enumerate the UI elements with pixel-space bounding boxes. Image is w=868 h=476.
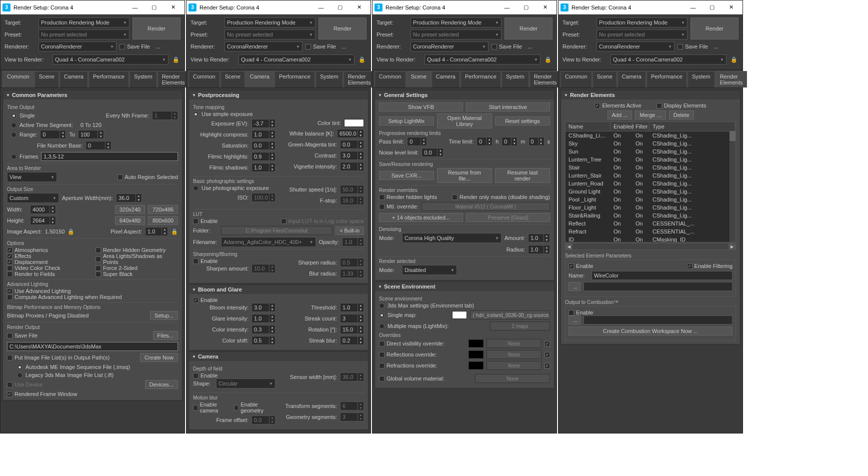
add-button[interactable]: Add ... (608, 110, 632, 120)
tab-render-elements[interactable]: Render Elements (530, 71, 562, 88)
dof-shape-dropdown[interactable]: Circular▼ (216, 378, 276, 388)
lut-filename-dropdown[interactable]: Adanmq_AgfaColor_HDC_400+▼ (221, 237, 316, 247)
rollup-common-parameters[interactable]: ▼Common Parameters (3, 90, 182, 100)
effects-check[interactable]: ✓Effects (7, 253, 90, 259)
renderer-dropdown[interactable]: CoronaRenderer▼ (410, 42, 488, 52)
create-combustion-workspace-button[interactable]: Create Combustion Workspace Now ... (568, 326, 732, 336)
table-row[interactable]: CShading_LightMixOnOnCShading_Lig... (566, 132, 736, 140)
force-2sided-check[interactable]: Force 2-Sided (96, 265, 178, 271)
sensor-width-spinner[interactable]: 36.0▲▼ (340, 372, 364, 382)
tab-render-elements[interactable]: Render Elements (716, 71, 748, 88)
render-only-masks-check[interactable]: Render only masks (disable shading) (452, 194, 550, 200)
save-file-check[interactable]: Save File (678, 44, 708, 50)
table-row[interactable]: SunOnOnCShading_Lig... (566, 148, 736, 156)
green-magenta-spinner[interactable]: 0.0▲▼ (340, 140, 364, 149)
blur-radius-spinner[interactable]: 1.33▲▼ (340, 269, 364, 278)
view-to-render-dropdown[interactable]: Quad 4 - CoronaCamera002▼ (424, 54, 540, 64)
sharpen-enable-check[interactable]: Enable (193, 258, 276, 264)
dvo-toggle[interactable]: ✓ (544, 341, 550, 346)
element-path-input[interactable] (584, 282, 732, 291)
color-intensity-spinner[interactable]: 0.3▲▼ (252, 325, 276, 334)
tab-system[interactable]: System (130, 71, 157, 88)
lut-log-check[interactable]: Input LUT is in Log color space (281, 218, 364, 224)
filmic-shadows-spinner[interactable]: 1.0▲▼ (252, 163, 276, 172)
white-balance-spinner[interactable]: 6500.0▲▼ (337, 129, 364, 138)
save-file-more-button[interactable]: ... (525, 44, 535, 50)
table-row[interactable]: Luntern_StairOnOnCShading_Lig... (566, 172, 736, 180)
render-selected-dropdown[interactable]: Disabled▼ (402, 265, 457, 275)
setup-button[interactable]: Setup... (150, 311, 178, 320)
rfro-swatch[interactable] (468, 362, 484, 370)
table-row[interactable]: StairOnOnCShading_Lig... (566, 164, 736, 172)
render-to-fields-check[interactable]: Render to Fields (7, 271, 90, 277)
bloom-enable-check[interactable]: ✓Enable (193, 297, 364, 303)
maximize-icon[interactable]: ▢ (330, 0, 350, 14)
table-scrollbar-horizontal[interactable]: ◀▶ (565, 243, 736, 250)
table-row[interactable]: IDOnOnCMasking_ID (566, 236, 736, 242)
rollup-general-settings[interactable]: ▼General Settings (375, 90, 554, 100)
table-row[interactable]: Floor_LightOnOnCShading_Lig... (566, 204, 736, 212)
target-dropdown[interactable]: Production Rendering Mode▼ (38, 18, 130, 28)
direct-vis-override-check[interactable]: Direct visibility override: (379, 340, 444, 346)
dvo-swatch[interactable] (468, 340, 484, 348)
shutter-speed-spinner[interactable]: 50.0▲▼ (340, 185, 364, 194)
multiple-maps-slot[interactable]: 2 maps (490, 322, 550, 330)
maximize-icon[interactable]: ▢ (516, 0, 536, 14)
auto-region-check[interactable]: Auto Region Selected (118, 174, 178, 180)
file-number-base-spinner[interactable]: 0▲▼ (86, 141, 112, 150)
streak-blur-spinner[interactable]: 0.2▲▼ (340, 336, 364, 345)
time-limit-h-spinner[interactable]: 0▲▼ (476, 137, 492, 146)
preset-320x240-button[interactable]: 320x240 (115, 205, 145, 214)
streak-count-spinner[interactable]: 3▲▼ (340, 314, 364, 323)
contrast-spinner[interactable]: 3.0▲▼ (340, 151, 364, 160)
col-type[interactable]: Type (650, 122, 736, 131)
threshold-spinner[interactable]: 1.0▲▼ (340, 303, 364, 312)
target-dropdown[interactable]: Production Rendering Mode▼ (596, 18, 688, 28)
element-name-input[interactable] (592, 271, 732, 280)
area-lights-points-check[interactable]: Area Lights/Shadows as Points (96, 253, 178, 265)
every-nth-spinner[interactable]: 1▲▼ (152, 111, 178, 120)
table-row[interactable]: ReflectOnOnCESSENTIAL_... (566, 220, 736, 228)
close-icon[interactable]: ✕ (722, 0, 740, 14)
time-limit-m-spinner[interactable]: 0▲▼ (502, 137, 518, 146)
table-row[interactable]: Stair&RailingOnOnCShading_Lig... (566, 212, 736, 220)
preset-800x600-button[interactable]: 800x600 (148, 216, 178, 225)
refo-map-slot[interactable]: None (486, 350, 542, 359)
delete-button[interactable]: Delete (669, 110, 694, 120)
resume-from-file-button[interactable]: Resume from file... (437, 168, 492, 183)
env-color-swatch[interactable] (452, 311, 467, 319)
aspect-lock-icon[interactable]: 🔒 (68, 228, 74, 235)
rollup-render-elements[interactable]: ▼Render Elements (561, 90, 740, 100)
noise-level-spinner[interactable]: 0.0▲▼ (422, 148, 444, 157)
output-size-dropdown[interactable]: Custom▼ (7, 193, 59, 203)
builtin-button[interactable]: < Built-in (336, 226, 364, 235)
tab-performance[interactable]: Performance (646, 71, 687, 88)
radio-frames[interactable] (11, 154, 16, 160)
color-tint-swatch[interactable] (344, 119, 364, 127)
table-row[interactable]: SkyOnOnCShading_Lig... (566, 140, 736, 148)
target-dropdown[interactable]: Production Rendering Mode▼ (410, 18, 502, 28)
target-dropdown[interactable]: Production Rendering Mode▼ (224, 18, 316, 28)
mblur-geom-check[interactable]: Enable geometry (234, 402, 276, 414)
rollup-scene-environment[interactable]: ▼Scene Environment (375, 282, 554, 291)
minimize-icon[interactable]: — (312, 0, 330, 14)
dof-enable-check[interactable]: Enable (193, 372, 276, 378)
save-file-more-button[interactable]: ... (153, 44, 163, 50)
pixel-aspect-spinner[interactable]: 1.0▲▼ (145, 227, 168, 236)
refractions-override-check[interactable]: Refractions override: (379, 362, 438, 368)
tab-common[interactable]: Common (374, 71, 406, 88)
video-color-check[interactable]: Video Color Check (7, 265, 90, 271)
displacement-check[interactable]: ✓Displacement (7, 259, 90, 265)
area-dropdown[interactable]: View▼ (7, 172, 57, 182)
merge-button[interactable]: Merge ... (635, 110, 666, 120)
exposure-spinner[interactable]: -3.7▲▼ (252, 119, 276, 128)
use-device-check[interactable]: Use Device (7, 382, 42, 388)
tab-scene[interactable]: Scene (406, 71, 431, 88)
save-file-check[interactable]: Save File (120, 44, 150, 50)
close-icon[interactable]: ✕ (350, 0, 368, 14)
tab-camera[interactable]: Camera (432, 71, 460, 88)
glare-intensity-spinner[interactable]: 1.0▲▼ (252, 314, 276, 323)
rollup-postprocessing[interactable]: ▼Postprocessing (189, 90, 368, 100)
radio-simple-exposure[interactable] (193, 112, 198, 117)
tab-common[interactable]: Common (188, 71, 220, 88)
